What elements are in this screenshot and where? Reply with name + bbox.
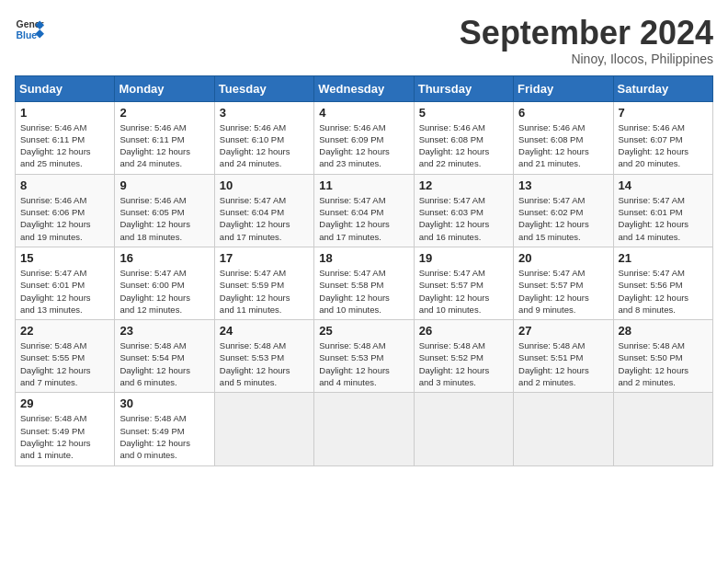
calendar-cell: 13Sunrise: 5:47 AMSunset: 6:02 PMDayligh… [514, 174, 613, 247]
day-info: Sunrise: 5:47 AMSunset: 5:57 PMDaylight:… [419, 267, 508, 316]
calendar-cell: 7Sunrise: 5:46 AMSunset: 6:07 PMDaylight… [613, 101, 712, 174]
day-info: Sunrise: 5:47 AMSunset: 6:01 PMDaylight:… [619, 194, 708, 243]
day-info: Sunrise: 5:46 AMSunset: 6:09 PMDaylight:… [319, 121, 408, 170]
day-number: 6 [518, 106, 608, 120]
calendar-week-5: 29Sunrise: 5:48 AMSunset: 5:49 PMDayligh… [16, 393, 713, 465]
day-info: Sunrise: 5:46 AMSunset: 6:10 PMDaylight:… [220, 121, 309, 170]
day-number: 11 [319, 178, 408, 192]
day-number: 22 [20, 324, 109, 338]
calendar-cell: 3Sunrise: 5:46 AMSunset: 6:10 PMDaylight… [214, 101, 313, 174]
day-number: 26 [419, 324, 508, 338]
day-info: Sunrise: 5:48 AMSunset: 5:51 PMDaylight:… [518, 339, 608, 388]
svg-text:Blue: Blue [17, 30, 38, 40]
day-number: 19 [419, 251, 508, 265]
calendar-cell: 24Sunrise: 5:48 AMSunset: 5:53 PMDayligh… [214, 320, 313, 393]
calendar-cell: 9Sunrise: 5:46 AMSunset: 6:05 PMDaylight… [115, 174, 214, 247]
calendar-cell: 23Sunrise: 5:48 AMSunset: 5:54 PMDayligh… [115, 320, 214, 393]
weekday-tuesday: Tuesday [214, 75, 313, 101]
day-number: 10 [220, 178, 309, 192]
calendar-week-4: 22Sunrise: 5:48 AMSunset: 5:55 PMDayligh… [16, 320, 713, 393]
day-number: 17 [220, 251, 309, 265]
day-info: Sunrise: 5:48 AMSunset: 5:49 PMDaylight:… [119, 412, 209, 461]
day-number: 3 [220, 106, 309, 120]
calendar-cell: 26Sunrise: 5:48 AMSunset: 5:52 PMDayligh… [414, 320, 513, 393]
day-info: Sunrise: 5:48 AMSunset: 5:55 PMDaylight:… [20, 339, 109, 388]
calendar-cell [613, 393, 712, 465]
calendar-cell: 4Sunrise: 5:46 AMSunset: 6:09 PMDaylight… [314, 101, 414, 174]
day-info: Sunrise: 5:47 AMSunset: 5:56 PMDaylight:… [619, 267, 708, 316]
day-info: Sunrise: 5:48 AMSunset: 5:52 PMDaylight:… [419, 339, 508, 388]
calendar-cell: 5Sunrise: 5:46 AMSunset: 6:08 PMDaylight… [414, 101, 513, 174]
day-number: 5 [419, 106, 508, 120]
calendar-week-3: 15Sunrise: 5:47 AMSunset: 6:01 PMDayligh… [16, 247, 713, 319]
calendar-cell: 8Sunrise: 5:46 AMSunset: 6:06 PMDaylight… [16, 174, 115, 247]
weekday-header-row: SundayMondayTuesdayWednesdayThursdayFrid… [16, 75, 713, 101]
day-info: Sunrise: 5:47 AMSunset: 6:04 PMDaylight:… [319, 194, 408, 243]
calendar-cell: 11Sunrise: 5:47 AMSunset: 6:04 PMDayligh… [314, 174, 414, 247]
day-number: 9 [119, 178, 209, 192]
weekday-sunday: Sunday [16, 75, 115, 101]
calendar-body: 1Sunrise: 5:46 AMSunset: 6:11 PMDaylight… [16, 101, 713, 465]
day-info: Sunrise: 5:47 AMSunset: 6:02 PMDaylight:… [518, 194, 608, 243]
weekday-wednesday: Wednesday [314, 75, 414, 101]
day-number: 12 [419, 178, 508, 192]
day-number: 15 [20, 251, 109, 265]
calendar-cell: 17Sunrise: 5:47 AMSunset: 5:59 PMDayligh… [214, 247, 313, 319]
day-number: 25 [319, 324, 408, 338]
day-info: Sunrise: 5:47 AMSunset: 6:00 PMDaylight:… [119, 267, 209, 316]
day-info: Sunrise: 5:48 AMSunset: 5:49 PMDaylight:… [20, 412, 109, 461]
calendar-cell: 12Sunrise: 5:47 AMSunset: 6:03 PMDayligh… [414, 174, 513, 247]
logo: General Blue [15, 15, 44, 44]
calendar-cell [214, 393, 313, 465]
page-header: General Blue September 2024 Ninoy, Iloco… [15, 15, 713, 66]
calendar-cell: 22Sunrise: 5:48 AMSunset: 5:55 PMDayligh… [16, 320, 115, 393]
calendar-cell: 21Sunrise: 5:47 AMSunset: 5:56 PMDayligh… [613, 247, 712, 319]
calendar-cell: 20Sunrise: 5:47 AMSunset: 5:57 PMDayligh… [514, 247, 613, 319]
day-info: Sunrise: 5:47 AMSunset: 6:03 PMDaylight:… [419, 194, 508, 243]
calendar-cell: 15Sunrise: 5:47 AMSunset: 6:01 PMDayligh… [16, 247, 115, 319]
calendar-cell: 2Sunrise: 5:46 AMSunset: 6:11 PMDaylight… [115, 101, 214, 174]
day-info: Sunrise: 5:46 AMSunset: 6:05 PMDaylight:… [119, 194, 209, 243]
location-subtitle: Ninoy, Ilocos, Philippines [460, 52, 713, 66]
day-info: Sunrise: 5:48 AMSunset: 5:54 PMDaylight:… [119, 339, 209, 388]
day-info: Sunrise: 5:46 AMSunset: 6:08 PMDaylight:… [419, 121, 508, 170]
day-info: Sunrise: 5:47 AMSunset: 5:59 PMDaylight:… [220, 267, 309, 316]
day-info: Sunrise: 5:48 AMSunset: 5:53 PMDaylight:… [319, 339, 408, 388]
logo-icon: General Blue [15, 15, 44, 44]
calendar-cell: 27Sunrise: 5:48 AMSunset: 5:51 PMDayligh… [514, 320, 613, 393]
day-info: Sunrise: 5:46 AMSunset: 6:06 PMDaylight:… [20, 194, 109, 243]
month-title: September 2024 [460, 15, 713, 52]
title-block: September 2024 Ninoy, Ilocos, Philippine… [460, 15, 713, 66]
day-info: Sunrise: 5:48 AMSunset: 5:50 PMDaylight:… [619, 339, 708, 388]
calendar-cell: 1Sunrise: 5:46 AMSunset: 6:11 PMDaylight… [16, 101, 115, 174]
calendar-week-1: 1Sunrise: 5:46 AMSunset: 6:11 PMDaylight… [16, 101, 713, 174]
calendar-cell: 6Sunrise: 5:46 AMSunset: 6:08 PMDaylight… [514, 101, 613, 174]
day-number: 20 [518, 251, 608, 265]
day-number: 2 [119, 106, 209, 120]
day-info: Sunrise: 5:46 AMSunset: 6:11 PMDaylight:… [20, 121, 109, 170]
day-number: 1 [20, 106, 109, 120]
calendar-cell [314, 393, 414, 465]
day-info: Sunrise: 5:47 AMSunset: 6:04 PMDaylight:… [220, 194, 309, 243]
calendar-cell [514, 393, 613, 465]
calendar-cell: 10Sunrise: 5:47 AMSunset: 6:04 PMDayligh… [214, 174, 313, 247]
day-number: 4 [319, 106, 408, 120]
calendar-cell: 25Sunrise: 5:48 AMSunset: 5:53 PMDayligh… [314, 320, 414, 393]
day-number: 23 [119, 324, 209, 338]
day-info: Sunrise: 5:47 AMSunset: 6:01 PMDaylight:… [20, 267, 109, 316]
day-number: 16 [119, 251, 209, 265]
day-number: 13 [518, 178, 608, 192]
calendar-cell: 14Sunrise: 5:47 AMSunset: 6:01 PMDayligh… [613, 174, 712, 247]
day-number: 28 [619, 324, 708, 338]
day-info: Sunrise: 5:47 AMSunset: 5:58 PMDaylight:… [319, 267, 408, 316]
day-number: 29 [20, 396, 109, 410]
day-number: 30 [119, 396, 209, 410]
weekday-thursday: Thursday [414, 75, 513, 101]
day-info: Sunrise: 5:46 AMSunset: 6:07 PMDaylight:… [619, 121, 708, 170]
calendar-cell: 19Sunrise: 5:47 AMSunset: 5:57 PMDayligh… [414, 247, 513, 319]
day-number: 27 [518, 324, 608, 338]
day-number: 21 [619, 251, 708, 265]
calendar-cell: 16Sunrise: 5:47 AMSunset: 6:00 PMDayligh… [115, 247, 214, 319]
calendar-table: SundayMondayTuesdayWednesdayThursdayFrid… [15, 75, 713, 466]
calendar-cell: 30Sunrise: 5:48 AMSunset: 5:49 PMDayligh… [115, 393, 214, 465]
